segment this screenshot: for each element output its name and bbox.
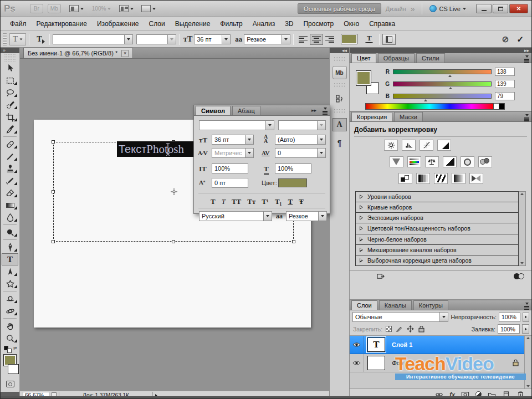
selected-text[interactable]: Текст Photosh [117,141,194,157]
channel-mixer-icon[interactable] [478,156,492,167]
b-value-field[interactable]: 79 [495,92,515,100]
superscript-button[interactable]: T¹ [262,197,269,206]
r-slider[interactable] [393,69,492,74]
minimize-button[interactable] [476,4,492,13]
preset-selective-color[interactable]: Выборочная коррекция цвета наборов [356,255,518,265]
small-caps-button[interactable]: Tт [247,197,255,206]
all-caps-button[interactable]: TT [232,197,241,206]
layer1-visibility-toggle[interactable] [350,336,364,354]
brush-tool[interactable] [1,150,19,162]
character-panel-menu-icon[interactable] [323,108,328,115]
quick-selection-tool[interactable] [1,99,19,111]
menu-view[interactable]: Просмотр [298,17,339,30]
char-font-family-select[interactable] [199,120,274,130]
levels-icon[interactable] [402,140,416,151]
default-colors-control[interactable]: ⇄ [3,345,19,354]
threshold-icon[interactable] [434,173,448,184]
strikethrough-button[interactable]: Ŧ [299,197,304,206]
preset-hue-saturation[interactable]: Цветовой тон/Насыщенность наборов [356,223,518,234]
menu-analysis[interactable]: Анализ [248,17,280,30]
mini-bridge-panel-button[interactable]: Mb [332,66,347,79]
lock-transparency-icon[interactable] [386,326,392,332]
char-font-style-select[interactable] [278,120,326,130]
handle-mid-left[interactable] [52,190,55,193]
layer1-thumbnail[interactable]: T [367,337,385,352]
brightness-contrast-icon[interactable] [384,140,398,151]
zoom-tool[interactable] [1,332,19,344]
blend-mode-select[interactable]: Обычные [352,312,448,322]
layers-panel-menu-icon[interactable] [524,303,529,310]
g-slider-thumb[interactable] [449,87,452,89]
char-language-select[interactable]: Русский [199,211,272,221]
arrange-documents-button[interactable] [119,5,134,12]
workspace-more-button[interactable]: » [411,4,415,13]
tab-layers[interactable]: Слои [351,300,377,310]
tool-preset-picker[interactable]: T [9,33,26,45]
font-style-select[interactable] [136,34,176,44]
curves-icon[interactable] [420,140,433,151]
3d-orbit-tool[interactable] [1,305,19,317]
layer1-name[interactable]: Слой 1 [392,341,412,348]
move-tool[interactable] [1,62,19,74]
color-panel-menu-icon[interactable] [524,55,529,63]
background-color-swatch[interactable] [8,364,19,374]
layer-row-1[interactable]: T Слой 1 [350,336,524,354]
scroll-up-icon[interactable] [520,193,524,195]
photo-filter-icon[interactable] [461,156,474,167]
selective-color-icon[interactable] [469,173,483,184]
tab-swatches[interactable]: Образцы [378,53,415,63]
color-balance-icon[interactable] [425,156,439,167]
text-orientation-toggle[interactable]: T [32,33,47,45]
g-value-field[interactable]: 139 [495,80,515,88]
char-kerning-select[interactable]: Метричес [212,148,254,158]
font-size-select[interactable]: 36 пт [194,34,231,44]
mini-dock-collapse[interactable]: ◂◂ [330,48,349,53]
invert-icon[interactable] [398,173,412,184]
layers-scroll-up-icon[interactable] [526,337,530,339]
r-slider-thumb[interactable] [448,75,452,77]
workspace-design-button[interactable]: Дизайн [386,6,406,12]
menu-image[interactable]: Изображение [92,17,144,30]
lock-position-icon[interactable] [407,325,414,332]
menu-layers[interactable]: Слои [144,17,170,30]
faux-bold-button[interactable]: T [211,197,216,206]
history-brush-tool[interactable] [1,175,19,187]
path-selection-tool[interactable] [1,265,19,278]
maximize-button[interactable] [493,4,508,13]
preset-exposure[interactable]: Экспозиция наборов [356,213,518,223]
r-value-field[interactable]: 138 [495,68,515,76]
char-leading-select[interactable]: (Авто) [275,135,326,145]
posterize-icon[interactable] [416,173,430,184]
pen-tool[interactable] [1,241,19,253]
subscript-button[interactable]: T₁ [275,197,282,206]
bridge-button[interactable]: Br [30,4,43,13]
preset-levels[interactable]: Уровни наборов [356,192,518,202]
options-grip[interactable] [3,33,7,45]
b-slider[interactable] [393,94,492,99]
exposure-icon[interactable] [437,140,451,151]
gradient-map-icon[interactable] [452,173,466,184]
hand-tool[interactable] [1,320,19,332]
b-slider-thumb[interactable] [424,99,427,101]
spot-healing-tool[interactable] [1,138,19,150]
scroll-down-icon[interactable] [520,262,524,264]
document-tab[interactable]: Без имени-1 @ 66,7% (RGB/8) * × [23,48,133,58]
color-spectrum-ramp[interactable] [365,103,505,110]
panel-collapse-icon[interactable]: ▸▸ [311,108,316,113]
workspace-primary-button[interactable]: Основная рабочая среда [298,3,381,14]
toggle-panels-button[interactable] [382,34,396,45]
vibrance-icon[interactable] [390,156,403,167]
screen-mode-button[interactable] [141,5,156,12]
underline-button[interactable]: T [288,197,293,206]
menu-3d[interactable]: 3D [280,17,298,30]
mini-dock-grip2[interactable] [334,83,346,87]
char-vscale-field[interactable]: 100% [212,163,248,173]
tab-channels[interactable]: Каналы [379,300,412,310]
menu-help[interactable]: Справка [364,17,400,30]
tab-adjustments[interactable]: Коррекция [351,112,392,121]
paragraph-panel-button[interactable]: ¶ [332,136,347,150]
menu-edit[interactable]: Редактирование [32,17,92,30]
layers-scroll-down-icon[interactable] [526,385,530,387]
tab-paths[interactable]: Контуры [413,300,448,310]
menu-select[interactable]: Выделение [170,17,216,30]
